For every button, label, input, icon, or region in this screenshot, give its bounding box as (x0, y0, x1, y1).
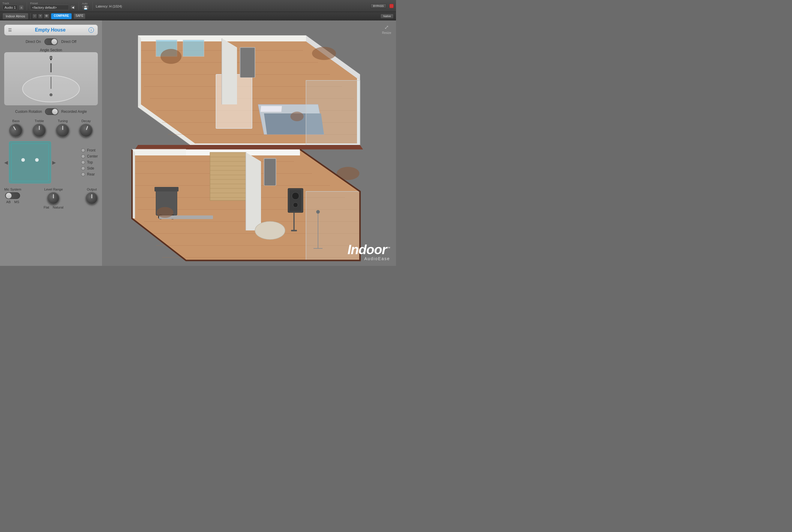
direct-toggle[interactable] (44, 38, 58, 45)
tuning-label: Tuning (58, 119, 67, 123)
speaker-right-arrow[interactable]: ▶ (52, 159, 56, 165)
close-button[interactable] (389, 4, 393, 8)
radio-rear[interactable]: Rear (81, 172, 98, 176)
radio-rear-circle[interactable] (81, 172, 85, 176)
safe-button[interactable]: SAFE (74, 13, 85, 19)
angle-stem (51, 63, 52, 72)
direct-toggle-thumb (51, 39, 57, 45)
preset-name[interactable]: <factory default> (30, 5, 69, 10)
svg-point-29 (312, 47, 336, 60)
plugin-name-button[interactable]: Indoor Atmos (2, 13, 28, 19)
minus-preset-button[interactable]: − (33, 14, 37, 19)
level-range-label: Level Range (44, 188, 63, 191)
mic-system-group: Mic System AB MS (4, 188, 21, 204)
bottom-controls: Mic System AB MS Level Range Flat Natura… (4, 186, 98, 209)
speaker-section: ◀ ▶ Front Center Top (4, 141, 98, 183)
tuning-knob[interactable] (56, 124, 69, 137)
compare-button[interactable]: COMPARE (51, 13, 72, 19)
auto-section: Auto 💾 (82, 2, 90, 10)
treble-knob[interactable] (33, 124, 46, 137)
output-knob[interactable] (86, 192, 98, 204)
svg-rect-21 (183, 40, 204, 56)
save-button[interactable]: 💾 (82, 5, 90, 10)
logo-audioease-text: AudioEase (347, 256, 390, 261)
latency-label: Latency: H (1024) (96, 4, 122, 8)
radio-front-circle[interactable] (81, 148, 85, 152)
auto-label: Auto (82, 2, 90, 5)
mic-toggle[interactable] (5, 192, 20, 199)
radio-front-label: Front (87, 148, 95, 152)
svg-marker-25 (260, 106, 282, 112)
speaker-left-arrow[interactable]: ◀ (4, 159, 8, 165)
speaker-dot-right (35, 158, 39, 162)
resize-icon: ⤢ (384, 24, 389, 31)
direct-on-label: Direct On (25, 40, 41, 44)
direct-off-label: Direct Off (61, 40, 76, 44)
level-range-knob[interactable] (47, 192, 59, 204)
angle-display: 🎙 (4, 52, 98, 105)
radio-center[interactable]: Center (81, 154, 98, 158)
svg-marker-19 (222, 38, 237, 104)
direct-section: Direct On Direct Off (4, 38, 98, 45)
radio-center-circle[interactable] (81, 154, 85, 158)
radio-top[interactable]: Top (81, 160, 98, 165)
bypass-button[interactable]: BYPASS (370, 4, 386, 8)
output-label: Output (87, 188, 97, 191)
svg-rect-61 (293, 212, 295, 230)
native-button[interactable]: Native (381, 14, 393, 19)
info-icon[interactable]: i (89, 27, 94, 33)
rotation-toggle[interactable] (45, 108, 58, 115)
radio-side-label: Side (87, 166, 94, 170)
svg-rect-46 (210, 152, 246, 201)
svg-point-28 (160, 49, 181, 64)
radio-side-circle[interactable] (81, 166, 85, 170)
logo-tm: ™ (387, 246, 390, 250)
ab-label: AB (6, 200, 11, 204)
radio-rear-label: Rear (87, 172, 95, 176)
svg-marker-16 (138, 35, 141, 108)
treble-group: Treble (33, 119, 46, 137)
angle-section: Angle Section 🎙 (4, 48, 98, 105)
radio-side[interactable]: Side (81, 166, 98, 170)
decay-knob[interactable] (78, 122, 95, 139)
svg-marker-27 (306, 80, 360, 147)
hamburger-icon[interactable]: ☰ (8, 27, 12, 33)
panel-title: Empty House (14, 27, 86, 33)
main-content: ☰ Empty House i Direct On Direct Off Ang… (0, 20, 396, 266)
track-id-button[interactable]: a (19, 5, 24, 10)
angle-ellipse-svg (21, 72, 81, 102)
mic-toggle-thumb (6, 193, 12, 198)
preset-label: Preset (30, 2, 76, 5)
track-section: Track Audio 1 a (2, 2, 24, 10)
treble-label: Treble (35, 119, 44, 123)
resize-label: Resize (382, 31, 391, 35)
svg-rect-68 (155, 187, 178, 191)
tuning-group: Tuning (56, 119, 69, 137)
rotation-toggle-thumb (52, 109, 58, 115)
plus-preset-button[interactable]: + (38, 14, 43, 19)
svg-point-30 (290, 112, 304, 121)
radio-top-circle[interactable] (81, 160, 85, 165)
radio-top-label: Top (87, 160, 93, 165)
microphone-icon: 🎙 (48, 55, 54, 61)
prev-preset-button[interactable]: ◀ (70, 5, 76, 10)
toolbar: Indoor Atmos − + ⚙ COMPARE SAFE Native (0, 12, 396, 20)
settings-button[interactable]: ⚙ (44, 14, 49, 19)
mic-system-label: Mic System (4, 188, 21, 191)
bass-knob[interactable] (7, 121, 25, 139)
speaker-display (9, 141, 51, 183)
svg-point-77 (157, 207, 173, 218)
latency-section: Latency: H (1024) (96, 3, 122, 9)
angle-section-label: Angle Section (4, 48, 98, 52)
natural-label: Natural (53, 206, 63, 209)
custom-rotation-label: Custom Rotation (15, 110, 42, 114)
plugin-panel: ☰ Empty House i Direct On Direct Off Ang… (0, 20, 102, 266)
svg-rect-62 (291, 230, 297, 231)
track-name[interactable]: Audio 1 (2, 5, 18, 10)
svg-rect-66 (265, 159, 275, 186)
track-label: Track (2, 2, 24, 5)
scene-svg (102, 20, 396, 266)
resize-button[interactable]: ⤢ Resize (382, 24, 391, 35)
radio-front[interactable]: Front (81, 148, 98, 152)
decay-group: Decay (79, 119, 93, 137)
